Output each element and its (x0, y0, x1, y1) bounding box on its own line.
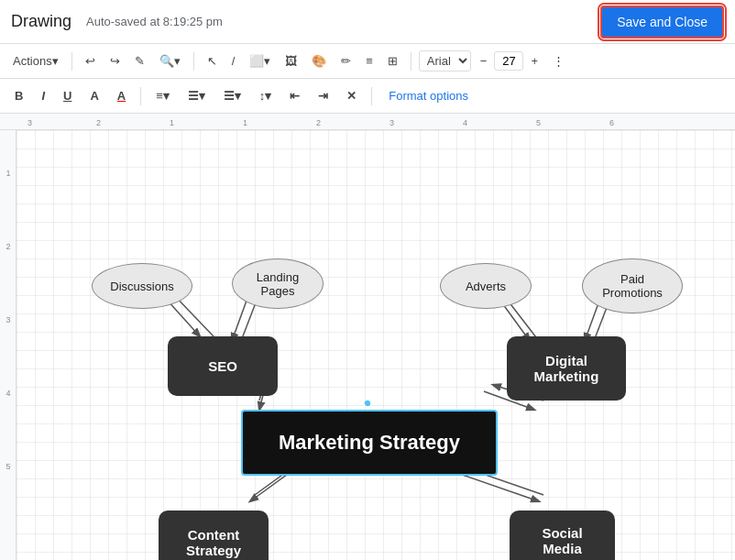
line-spacing-button[interactable]: ↕▾ (252, 85, 280, 106)
underline-button[interactable]: U (56, 85, 79, 106)
svg-text:3: 3 (27, 118, 32, 127)
font-family-select[interactable]: Arial (419, 50, 471, 71)
font-size-input[interactable] (494, 51, 523, 71)
toolbar-separator-3 (411, 52, 411, 71)
rename-button[interactable]: ✎ (129, 50, 150, 71)
discussions-label: Discussions (110, 280, 173, 293)
landing-pages-node[interactable]: LandingPages (232, 258, 324, 309)
more-options-button[interactable]: ⋮ (547, 50, 570, 71)
pen-tool[interactable]: ✏ (335, 50, 357, 71)
svg-text:3: 3 (5, 315, 10, 324)
content-strategy-node[interactable]: ContentStrategy (159, 511, 269, 560)
seo-node[interactable]: SEO (168, 336, 278, 396)
font-size-area: − + (475, 50, 543, 71)
select-tool[interactable]: ↖ (202, 50, 223, 71)
actions-menu-button[interactable]: Actions ▾ (7, 50, 64, 71)
adverts-label: Adverts (466, 280, 506, 293)
highlight-button[interactable]: A (110, 85, 133, 106)
shape-tool[interactable]: ⬜▾ (244, 50, 276, 71)
paid-promotions-node[interactable]: PaidPromotions (582, 258, 683, 313)
social-media-node[interactable]: SocialMedia (510, 511, 615, 560)
svg-text:6: 6 (609, 118, 614, 127)
save-close-button[interactable]: Save and Close (600, 5, 724, 38)
format-sep-1 (140, 87, 141, 105)
content-strategy-label: ContentStrategy (186, 527, 241, 558)
drawing-canvas[interactable]: Discussions LandingPages SEO Adverts Pai… (16, 130, 735, 560)
redo-button[interactable]: ↪ (104, 50, 126, 71)
font-size-increase[interactable]: + (525, 50, 543, 71)
svg-text:1: 1 (5, 169, 10, 178)
svg-text:5: 5 (536, 118, 541, 127)
bold-button[interactable]: B (7, 85, 30, 106)
svg-text:2: 2 (316, 118, 321, 127)
discussions-node[interactable]: Discussions (92, 263, 192, 309)
distribute-tool[interactable]: ⊞ (382, 50, 403, 71)
app-title: Drawing (11, 12, 71, 31)
svg-text:4: 4 (5, 389, 10, 398)
format-options-button[interactable]: Format options (379, 85, 477, 106)
svg-text:4: 4 (463, 118, 467, 127)
main-toolbar: Actions ▾ ↩ ↪ ✎ 🔍▾ ↖ / ⬜▾ 🖼 🎨 ✏ ≡ ⊞ Aria… (0, 44, 735, 79)
svg-text:2: 2 (96, 118, 101, 127)
format-sep-2 (371, 87, 372, 105)
indent-decrease-button[interactable]: ⇤ (282, 85, 307, 106)
svg-text:5: 5 (5, 462, 10, 471)
image-tool[interactable]: 🖼 (280, 50, 302, 71)
vertical-ruler: 1 2 3 4 5 (0, 130, 16, 560)
text-color-button[interactable]: A (82, 85, 105, 106)
autosave-status: Auto-saved at 8:19:25 pm (86, 15, 600, 28)
diagram-arrows (16, 130, 735, 560)
undo-button[interactable]: ↩ (80, 50, 101, 71)
zoom-button[interactable]: 🔍▾ (154, 50, 186, 71)
social-media-label: SocialMedia (542, 525, 582, 556)
svg-point-27 (364, 400, 371, 407)
canvas-area: 1 2 3 4 5 (0, 130, 735, 560)
marketing-strategy-node[interactable]: Marketing Strategy (241, 410, 498, 476)
italic-button[interactable]: I (34, 85, 52, 106)
font-size-decrease[interactable]: − (475, 50, 493, 71)
header: Drawing Auto-saved at 8:19:25 pm Save an… (0, 0, 735, 44)
marketing-strategy-label: Marketing Strategy (279, 431, 460, 455)
clear-format-button[interactable]: ✕ (339, 85, 364, 106)
align-left-button[interactable]: ≡▾ (148, 85, 177, 106)
numbered-list-button[interactable]: ☰▾ (216, 85, 248, 106)
toolbar-separator-2 (193, 52, 194, 71)
svg-text:2: 2 (5, 242, 10, 251)
format-toolbar: B I U A A ≡▾ ☰▾ ☰▾ ↕▾ ⇤ ⇥ ✕ Format optio… (0, 79, 735, 114)
align-tool[interactable]: ≡ (360, 50, 378, 71)
line-tool[interactable]: / (226, 50, 241, 71)
svg-text:1: 1 (170, 118, 174, 127)
toolbar-separator-1 (71, 52, 72, 71)
digital-marketing-label: DigitalMarketing (534, 353, 599, 384)
svg-text:1: 1 (243, 118, 247, 127)
bullet-list-button[interactable]: ☰▾ (181, 85, 213, 106)
paid-promotions-label: PaidPromotions (602, 272, 663, 300)
adverts-node[interactable]: Adverts (440, 263, 532, 309)
paint-tool[interactable]: 🎨 (306, 50, 332, 71)
indent-increase-button[interactable]: ⇥ (311, 85, 335, 106)
digital-marketing-node[interactable]: DigitalMarketing (507, 336, 626, 401)
seo-label: SEO (208, 358, 237, 374)
svg-text:3: 3 (389, 118, 394, 127)
horizontal-ruler: 3 2 1 1 2 3 4 5 6 (0, 114, 735, 130)
landing-pages-label: LandingPages (257, 270, 299, 298)
